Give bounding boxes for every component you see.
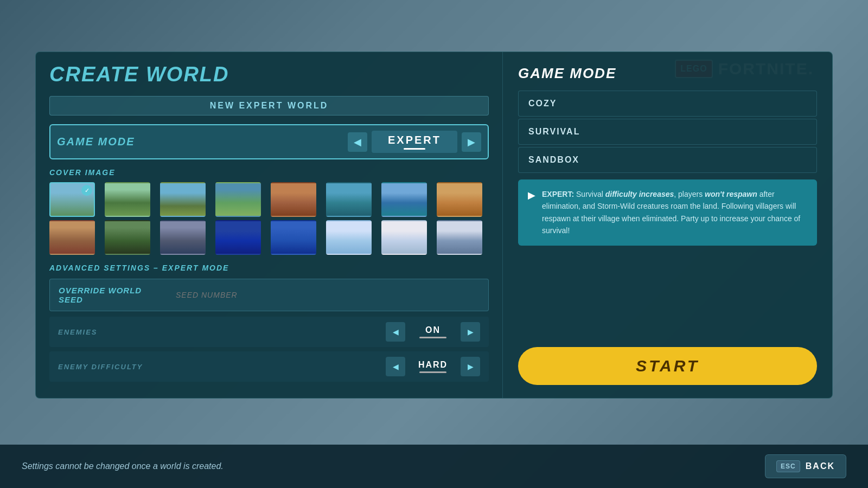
enemies-underline bbox=[419, 337, 446, 338]
advanced-settings-label: ADVANCED SETTINGS – EXPERT MODE bbox=[49, 264, 489, 272]
mode-option-cozy[interactable]: COZY bbox=[518, 91, 817, 117]
bottom-bar: Settings cannot be changed once a world … bbox=[0, 445, 868, 488]
game-mode-label: GAME MODE bbox=[57, 136, 348, 148]
world-name-bar: NEW EXPERT WORLD bbox=[49, 96, 489, 115]
cover-thumb-1[interactable]: ✓ bbox=[49, 182, 95, 217]
play-icon: ▶ bbox=[528, 189, 535, 237]
cover-thumb-14[interactable] bbox=[326, 220, 372, 255]
mode-option-sandbox[interactable]: SANDBOX bbox=[518, 147, 817, 173]
mode-option-survival[interactable]: SURVIVAL bbox=[518, 119, 817, 145]
cover-thumb-7[interactable] bbox=[381, 182, 427, 217]
enemies-label: ENEMIES bbox=[58, 328, 386, 336]
start-button[interactable]: START bbox=[518, 347, 817, 385]
enemies-value-box: ON bbox=[409, 325, 457, 338]
enemies-prev-button[interactable]: ◀ bbox=[386, 322, 405, 342]
enemy-difficulty-prev-button[interactable]: ◀ bbox=[386, 357, 405, 376]
right-panel: Game Mode COZY SURVIVAL SANDBOX ▶ EXPERT… bbox=[502, 52, 832, 398]
enemy-difficulty-row: ENEMY DIFFICULTY ◀ HARD ▶ bbox=[49, 351, 489, 382]
expert-prefix: EXPERT: Survival difficulty increases, p… bbox=[542, 190, 800, 235]
game-mode-value-box: EXPERT bbox=[372, 131, 457, 153]
page-title: CREATE WORLD bbox=[49, 63, 489, 86]
left-panel: CREATE WORLD NEW EXPERT WORLD GAME MODE … bbox=[36, 52, 502, 398]
enemies-value: ON bbox=[425, 325, 441, 335]
enemy-difficulty-next-button[interactable]: ▶ bbox=[461, 357, 480, 376]
cover-thumb-5[interactable] bbox=[271, 182, 316, 217]
game-mode-next-button[interactable]: ▶ bbox=[462, 132, 481, 152]
cover-thumb-13[interactable] bbox=[271, 220, 316, 255]
enemy-difficulty-control: ◀ HARD ▶ bbox=[386, 357, 480, 376]
selected-check-icon: ✓ bbox=[81, 185, 92, 196]
cover-image-label: COVER IMAGE bbox=[49, 168, 489, 177]
enemy-difficulty-value-box: HARD bbox=[409, 360, 457, 373]
bottom-info-text: Settings cannot be changed once a world … bbox=[22, 461, 224, 471]
mode-underline bbox=[404, 148, 425, 150]
cover-thumb-6[interactable] bbox=[326, 182, 372, 217]
game-mode-row: GAME MODE ◀ EXPERT ▶ bbox=[49, 124, 489, 159]
cover-thumb-8[interactable] bbox=[437, 182, 482, 217]
esc-badge: Esc bbox=[776, 460, 800, 472]
cover-thumb-12[interactable] bbox=[215, 220, 261, 255]
enemies-row: ENEMIES ◀ ON ▶ bbox=[49, 317, 489, 347]
game-mode-prev-button[interactable]: ◀ bbox=[348, 132, 367, 152]
cover-thumb-2[interactable] bbox=[105, 182, 150, 217]
game-mode-section-title: Game Mode bbox=[518, 65, 817, 82]
back-label: BACK bbox=[806, 461, 835, 471]
cover-thumb-16[interactable] bbox=[437, 220, 482, 255]
cover-thumb-3[interactable] bbox=[160, 182, 206, 217]
game-mode-value: EXPERT bbox=[388, 134, 441, 146]
enemy-difficulty-underline bbox=[419, 371, 446, 373]
enemies-next-button[interactable]: ▶ bbox=[461, 322, 480, 342]
cover-image-grid: ✓ bbox=[49, 182, 489, 255]
cover-thumb-10[interactable] bbox=[105, 220, 150, 255]
expert-description-text: EXPERT: Survival difficulty increases, p… bbox=[542, 188, 807, 237]
seed-input[interactable] bbox=[176, 291, 480, 299]
cover-thumb-11[interactable] bbox=[160, 220, 206, 255]
enemy-difficulty-value: HARD bbox=[418, 360, 448, 370]
back-button[interactable]: Esc BACK bbox=[765, 454, 846, 478]
cover-thumb-15[interactable] bbox=[381, 220, 427, 255]
cover-thumb-4[interactable] bbox=[215, 182, 261, 217]
seed-label: OVERRIDE WORLD SEED bbox=[59, 286, 167, 304]
enemy-difficulty-label: ENEMY DIFFICULTY bbox=[58, 363, 386, 371]
expert-description-box: ▶ EXPERT: Survival difficulty increases,… bbox=[518, 179, 817, 246]
cover-thumb-9[interactable] bbox=[49, 220, 95, 255]
seed-row: OVERRIDE WORLD SEED bbox=[49, 279, 489, 311]
enemies-control: ◀ ON ▶ bbox=[386, 322, 480, 342]
main-panel: CREATE WORLD NEW EXPERT WORLD GAME MODE … bbox=[35, 52, 833, 399]
